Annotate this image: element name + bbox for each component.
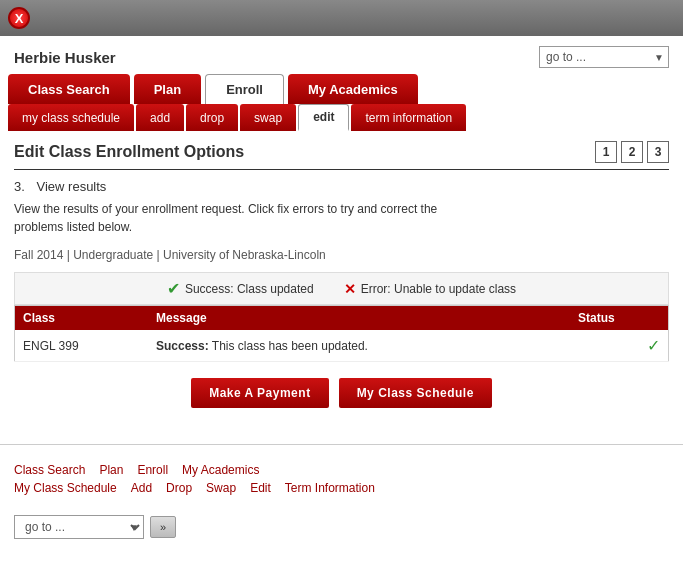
action-buttons: Make A Payment My Class Schedule [14,378,669,408]
section-number: 3. [14,179,25,194]
page-title-row: Edit Class Enrollment Options 1 2 3 [14,141,669,170]
subtab-add[interactable]: add [136,104,184,131]
subtab-my-class-schedule[interactable]: my class schedule [8,104,134,131]
status-success: ✔ Success: Class updated [167,279,314,298]
cell-message-bold: Success: [156,339,209,353]
footer-links-row2: My Class Schedule Add Drop Swap Edit Ter… [14,481,669,495]
subtab-drop[interactable]: drop [186,104,238,131]
col-message: Message [148,306,570,331]
cell-class: ENGL 399 [15,330,148,362]
bottom-goto-wrapper: go to ... Class Search Plan Enroll My Ac… [14,515,144,539]
footer-edit[interactable]: Edit [250,481,271,495]
goto-select[interactable]: go to ... Class Search Plan Enroll My Ac… [539,46,669,68]
success-check-icon: ✔ [167,279,180,298]
cell-status: ✓ [570,330,668,362]
subtab-term-information[interactable]: term information [351,104,466,131]
step-3: 3 [647,141,669,163]
status-error: ✕ Error: Unable to update class [344,281,516,297]
section-heading: 3. View results [14,178,669,194]
row-success-icon: ✓ [647,337,660,354]
description: View the results of your enrollment requ… [14,200,669,236]
tab-class-search[interactable]: Class Search [8,74,130,104]
footer-my-academics[interactable]: My Academics [182,463,259,477]
goto-wrapper: go to ... Class Search Plan Enroll My Ac… [539,46,669,68]
table-row: ENGL 399 Success: This class has been up… [15,330,669,362]
footer-links: Class Search Plan Enroll My Academics My… [0,455,683,507]
cell-message: Success: This class has been updated. [148,330,570,362]
term-info: Fall 2014 | Undergraduate | University o… [14,248,669,262]
step-indicators: 1 2 3 [595,141,669,163]
cell-message-text: This class has been updated. [212,339,368,353]
footer-enroll[interactable]: Enroll [137,463,168,477]
bottom-goto-select[interactable]: go to ... Class Search Plan Enroll My Ac… [14,515,144,539]
status-bar: ✔ Success: Class updated ✕ Error: Unable… [14,272,669,305]
main-window: X Herbie Husker go to ... Class Search P… [0,0,683,578]
col-status: Status [570,306,668,331]
error-label: Error: Unable to update class [361,282,516,296]
tab-enroll[interactable]: Enroll [205,74,284,104]
footer-drop[interactable]: Drop [166,481,192,495]
footer-links-row1: Class Search Plan Enroll My Academics [14,463,669,477]
header-bar: Herbie Husker go to ... Class Search Pla… [0,36,683,74]
tab-my-academics[interactable]: My Academics [288,74,418,104]
subtab-edit[interactable]: edit [298,104,349,131]
footer-add[interactable]: Add [131,481,152,495]
error-x-icon: ✕ [344,281,356,297]
divider [0,444,683,445]
sub-nav: my class schedule add drop swap edit ter… [0,104,683,131]
step-1: 1 [595,141,617,163]
table-header-row: Class Message Status [15,306,669,331]
step-2: 2 [621,141,643,163]
description-line2: problems listed below. [14,220,132,234]
subtab-swap[interactable]: swap [240,104,296,131]
page-title: Edit Class Enrollment Options [14,143,244,161]
user-name: Herbie Husker [14,49,116,66]
footer-swap[interactable]: Swap [206,481,236,495]
make-payment-button[interactable]: Make A Payment [191,378,328,408]
tab-plan[interactable]: Plan [134,74,201,104]
section-heading-text: View results [37,179,107,194]
my-class-schedule-button[interactable]: My Class Schedule [339,378,492,408]
footer-plan[interactable]: Plan [99,463,123,477]
main-nav: Class Search Plan Enroll My Academics [0,74,683,104]
results-table: Class Message Status ENGL 399 Success: T… [14,305,669,362]
footer-class-search[interactable]: Class Search [14,463,85,477]
footer-my-class-schedule[interactable]: My Class Schedule [14,481,117,495]
bottom-goto: go to ... Class Search Plan Enroll My Ac… [0,507,683,547]
col-class: Class [15,306,148,331]
close-button[interactable]: X [8,7,30,29]
description-line1: View the results of your enrollment requ… [14,202,437,216]
footer-term-information[interactable]: Term Information [285,481,375,495]
success-label: Success: Class updated [185,282,314,296]
page-content: Edit Class Enrollment Options 1 2 3 3. V… [0,131,683,434]
title-bar: X [0,0,683,36]
goto-go-button[interactable]: » [150,516,176,538]
